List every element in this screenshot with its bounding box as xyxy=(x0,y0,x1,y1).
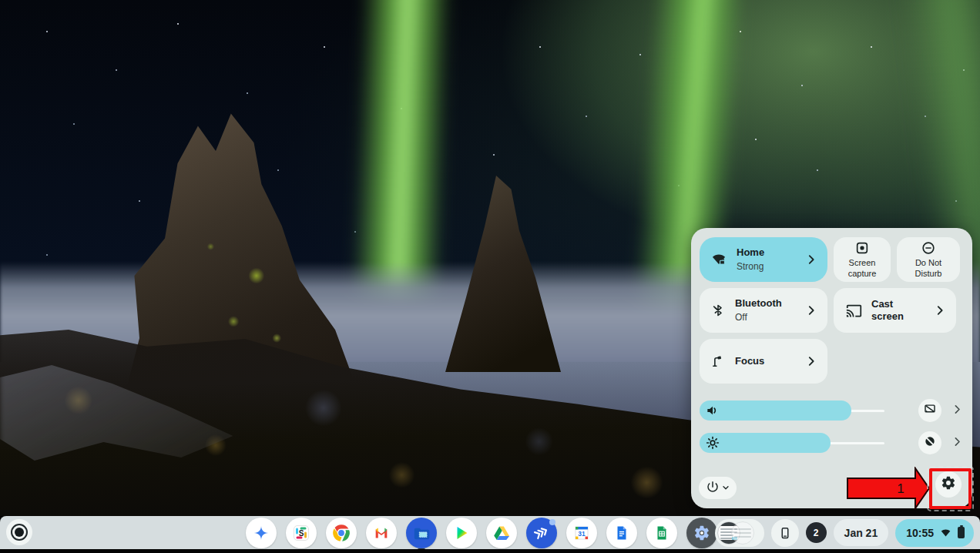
display-off-icon xyxy=(923,402,937,419)
aurora-band xyxy=(351,0,453,302)
calendar-icon: 31 xyxy=(572,524,591,542)
gemini-icon xyxy=(253,525,270,541)
tote-screenshot-preview[interactable] xyxy=(715,519,764,547)
app-docs[interactable] xyxy=(606,518,637,548)
svg-text:S: S xyxy=(299,528,304,537)
quick-settings-row-1: Home Strong Screen capture Do Not Distur… xyxy=(700,237,963,282)
audio-output-toggle[interactable] xyxy=(918,399,941,422)
phone-hub-icon xyxy=(778,526,792,540)
bluetooth-state: Off xyxy=(735,312,747,323)
app-screencast[interactable] xyxy=(526,518,557,548)
audio-settings-chevron[interactable] xyxy=(951,403,964,419)
wifi-lock-icon xyxy=(710,251,727,268)
launcher-button[interactable] xyxy=(6,519,32,545)
chrome-icon xyxy=(331,523,351,543)
network-strength: Strong xyxy=(737,261,764,272)
screen-capture-tile[interactable]: Screen capture xyxy=(834,237,891,282)
notification-counter[interactable]: 2 xyxy=(806,522,827,543)
chromeos-desktop: Home Strong Screen capture Do Not Distur… xyxy=(0,0,980,553)
bluetooth-tile[interactable]: Bluetooth Off xyxy=(700,288,827,333)
chevron-right-icon xyxy=(804,303,818,317)
screen-capture-label: Screen capture xyxy=(837,258,888,280)
status-tray: 2 Jan 21 10:55 xyxy=(715,519,974,547)
svg-text:31: 31 xyxy=(578,529,586,537)
app-files[interactable] xyxy=(406,518,437,548)
notification-dot xyxy=(549,519,555,525)
brightness-slider[interactable] xyxy=(700,433,884,453)
quick-settings-panel: Home Strong Screen capture Do Not Distur… xyxy=(691,228,972,508)
gear-icon xyxy=(941,475,956,494)
wifi-icon xyxy=(939,526,952,539)
app-calendar[interactable]: 31 xyxy=(566,518,597,548)
brightness-icon xyxy=(705,435,720,454)
phone-hub-button[interactable] xyxy=(771,519,799,547)
speaker-icon xyxy=(705,403,720,421)
display-settings-chevron[interactable] xyxy=(951,435,964,451)
screencast-chevrons-icon xyxy=(532,524,551,542)
screenshot-thumbnail-ghost xyxy=(731,521,754,545)
chevron-right-icon xyxy=(804,253,818,266)
drive-icon xyxy=(492,524,511,542)
app-slack[interactable]: S xyxy=(286,518,317,548)
bluetooth-off-icon xyxy=(710,303,726,318)
screen-bottom-edge xyxy=(0,549,980,553)
do-not-disturb-label: Do Not Disturb xyxy=(903,258,954,280)
status-area-button[interactable]: 10:55 xyxy=(895,519,974,547)
settings-button[interactable] xyxy=(935,471,962,498)
chevron-right-icon xyxy=(933,303,947,317)
quick-settings-row-2: Bluetooth Off Cast screen xyxy=(700,288,963,333)
docs-icon xyxy=(613,525,630,541)
shelf: S 31 xyxy=(0,516,980,549)
do-not-disturb-tile[interactable]: Do Not Disturb xyxy=(897,237,960,282)
night-light-off-icon xyxy=(923,434,937,451)
play-store-icon xyxy=(453,525,470,541)
quick-settings-footer xyxy=(691,477,972,499)
power-menu-button[interactable] xyxy=(699,477,737,499)
night-light-toggle[interactable] xyxy=(918,431,941,454)
app-sheets[interactable] xyxy=(646,518,677,548)
focus-tile[interactable]: Focus xyxy=(700,339,827,384)
cast-screen-tile[interactable]: Cast screen xyxy=(834,288,956,333)
focus-lamp-icon xyxy=(710,354,726,369)
stars xyxy=(0,0,2,2)
volume-slider[interactable] xyxy=(700,401,884,421)
cast-icon xyxy=(846,303,862,319)
cast-screen-label: Cast screen xyxy=(871,298,924,322)
volume-slider-row xyxy=(700,401,963,421)
minus-circle-icon xyxy=(921,240,936,256)
battery-icon xyxy=(958,527,965,538)
app-gemini[interactable] xyxy=(246,518,277,548)
app-play-store[interactable] xyxy=(446,518,477,548)
screen-record-icon xyxy=(854,240,870,256)
files-icon xyxy=(411,523,431,543)
launcher-icon xyxy=(11,524,28,541)
date-label: Jan 21 xyxy=(844,527,878,539)
gmail-icon xyxy=(373,525,390,541)
chevron-down-icon xyxy=(721,481,730,495)
app-icon-row: S 31 xyxy=(246,518,717,548)
chevron-right-icon xyxy=(804,354,818,368)
settings-gear-icon xyxy=(693,525,710,541)
quick-settings-row-3: Focus xyxy=(700,339,963,384)
notification-count: 2 xyxy=(814,528,819,538)
bluetooth-label: Bluetooth xyxy=(735,297,795,310)
app-gmail[interactable] xyxy=(366,518,397,548)
app-chrome[interactable] xyxy=(326,518,357,548)
app-drive[interactable] xyxy=(486,518,517,548)
sheets-icon xyxy=(653,525,670,541)
app-settings[interactable] xyxy=(686,518,717,548)
focus-label: Focus xyxy=(735,355,795,367)
power-icon xyxy=(706,480,720,497)
volume-slider-fill xyxy=(700,401,851,421)
brightness-slider-row xyxy=(700,433,963,453)
date-button[interactable]: Jan 21 xyxy=(834,519,889,546)
network-tile[interactable]: Home Strong xyxy=(700,237,827,282)
clock-label: 10:55 xyxy=(906,527,934,539)
slack-icon: S xyxy=(292,524,310,542)
network-name: Home xyxy=(737,246,795,259)
